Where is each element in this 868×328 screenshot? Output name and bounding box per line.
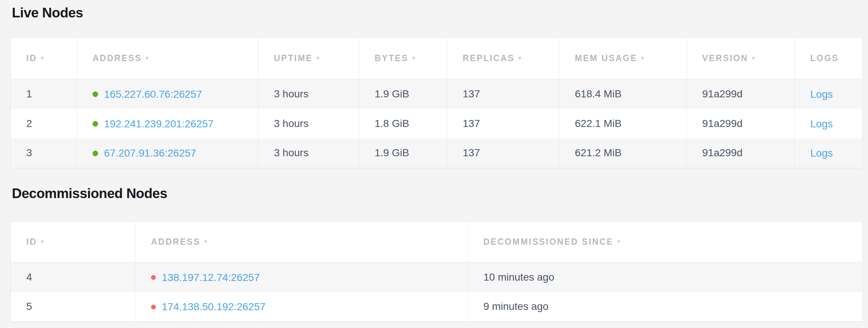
node-id-cell: 1 [11, 79, 77, 109]
column-header-label: ADDRESS [93, 53, 142, 63]
node-replicas-cell: 137 [447, 79, 559, 109]
node-uptime-cell: 3 hours [258, 138, 359, 168]
decommissioned-status-icon [151, 275, 156, 280]
column-header-label: MEM USAGE [575, 53, 637, 63]
node-bytes-cell: 1.9 GiB [359, 138, 447, 168]
node-id-cell: 5 [11, 292, 135, 322]
nodes-page: Live Nodes ID▾ ADDRESS▾ UPTIME▾ BYTES▾ R… [0, 0, 868, 322]
node-address-cell: 165.227.60.76:26257 [77, 79, 258, 109]
node-mem-usage-cell: 621.2 MiB [559, 138, 687, 168]
table-row: 5 174.138.50.192:26257 9 minutes ago [11, 292, 863, 322]
column-header-id[interactable]: ID▾ [11, 222, 135, 262]
column-header-label: DECOMMISSIONED SINCE [483, 237, 613, 247]
live-nodes-title: Live Nodes [12, 4, 862, 21]
node-address-link[interactable]: 192.241.239.201:26257 [104, 118, 214, 129]
node-logs-cell: Logs [795, 79, 863, 109]
column-header-bytes[interactable]: BYTES▾ [359, 38, 447, 79]
sort-arrow-icon: ▾ [641, 55, 644, 61]
node-address-cell: 192.241.239.201:26257 [77, 109, 258, 138]
decommissioned-nodes-header-row: ID▾ ADDRESS▾ DECOMMISSIONED SINCE▾ [11, 222, 863, 262]
node-address-link[interactable]: 165.227.60.76:26257 [104, 88, 202, 100]
column-header-label: LOGS [810, 53, 839, 63]
column-header-uptime[interactable]: UPTIME▾ [258, 38, 359, 79]
sort-arrow-icon: ▾ [518, 55, 521, 61]
live-nodes-header-row: ID▾ ADDRESS▾ UPTIME▾ BYTES▾ REPLICAS▾ ME… [11, 38, 863, 79]
node-id-cell: 3 [11, 138, 77, 168]
node-uptime-cell: 3 hours [258, 79, 359, 109]
node-mem-usage-cell: 618.4 MiB [559, 79, 687, 109]
node-mem-usage-cell: 622.1 MiB [559, 109, 687, 138]
column-header-replicas[interactable]: REPLICAS▾ [447, 38, 559, 79]
sort-arrow-icon: ▾ [412, 55, 415, 61]
column-header-address[interactable]: ADDRESS▾ [77, 38, 258, 79]
column-header-address[interactable]: ADDRESS▾ [135, 222, 468, 262]
table-row: 1 165.227.60.76:26257 3 hours 1.9 GiB 13… [11, 79, 863, 109]
node-address-cell: 174.138.50.192:26257 [135, 292, 468, 322]
column-header-label: ADDRESS [151, 237, 200, 247]
table-row: 2 192.241.239.201:26257 3 hours 1.8 GiB … [11, 109, 863, 138]
column-header-label: UPTIME [274, 53, 313, 63]
node-address-cell: 67.207.91.36:26257 [77, 138, 258, 168]
column-header-label: ID [26, 53, 37, 63]
column-header-id[interactable]: ID▾ [11, 38, 77, 79]
sort-arrow-icon: ▾ [41, 55, 44, 61]
node-address-link[interactable]: 138.197.12.74:26257 [162, 272, 260, 283]
node-logs-link[interactable]: Logs [810, 118, 833, 129]
node-version-cell: 91a299d [687, 138, 795, 168]
node-version-cell: 91a299d [687, 109, 795, 138]
sort-arrow-icon: ▾ [204, 238, 207, 245]
column-header-label: BYTES [375, 53, 409, 63]
node-uptime-cell: 3 hours [258, 109, 359, 138]
column-header-mem-usage[interactable]: MEM USAGE▾ [559, 38, 687, 79]
decommissioned-nodes-table: ID▾ ADDRESS▾ DECOMMISSIONED SINCE▾ 4 138… [10, 221, 863, 322]
node-address-cell: 138.197.12.74:26257 [135, 262, 468, 292]
column-header-version[interactable]: VERSION▾ [687, 38, 795, 79]
table-row: 4 138.197.12.74:26257 10 minutes ago [11, 262, 863, 292]
node-bytes-cell: 1.8 GiB [359, 109, 447, 138]
node-decommissioned-since-cell: 9 minutes ago [468, 292, 863, 322]
sort-arrow-icon: ▾ [752, 55, 755, 61]
sort-arrow-icon: ▾ [617, 238, 620, 245]
sort-arrow-icon: ▾ [145, 55, 148, 61]
column-header-label: ID [26, 237, 37, 247]
node-logs-link[interactable]: Logs [810, 147, 833, 159]
live-status-icon [93, 151, 98, 156]
column-header-label: REPLICAS [463, 53, 515, 63]
node-id-cell: 2 [11, 109, 77, 138]
node-logs-link[interactable]: Logs [810, 88, 833, 100]
live-status-icon [93, 121, 98, 127]
decommissioned-status-icon [151, 305, 156, 309]
column-header-label: VERSION [702, 53, 748, 63]
table-row: 3 67.207.91.36:26257 3 hours 1.9 GiB 137… [11, 138, 863, 168]
column-header-decommissioned-since[interactable]: DECOMMISSIONED SINCE▾ [468, 222, 863, 262]
node-logs-cell: Logs [795, 109, 863, 138]
node-bytes-cell: 1.9 GiB [359, 79, 447, 109]
sort-arrow-icon: ▾ [316, 55, 319, 61]
node-logs-cell: Logs [795, 138, 863, 168]
node-id-cell: 4 [11, 262, 135, 292]
node-address-link[interactable]: 67.207.91.36:26257 [104, 147, 196, 159]
node-replicas-cell: 137 [447, 138, 559, 168]
node-version-cell: 91a299d [687, 79, 795, 109]
node-decommissioned-since-cell: 10 minutes ago [468, 262, 863, 292]
sort-arrow-icon: ▾ [41, 238, 44, 245]
decommissioned-nodes-title: Decommissioned Nodes [12, 185, 862, 202]
node-replicas-cell: 137 [447, 109, 559, 138]
live-nodes-table: ID▾ ADDRESS▾ UPTIME▾ BYTES▾ REPLICAS▾ ME… [10, 37, 863, 168]
column-header-logs: LOGS [795, 38, 863, 79]
live-status-icon [93, 91, 98, 97]
node-address-link[interactable]: 174.138.50.192:26257 [162, 301, 265, 312]
